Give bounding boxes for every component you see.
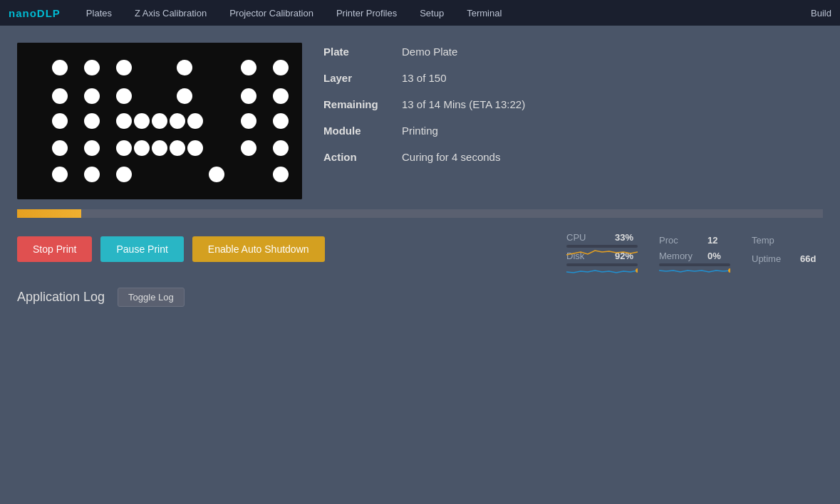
nav-plates[interactable]: Plates (75, 0, 123, 26)
svg-point-29 (241, 140, 256, 156)
svg-point-30 (273, 140, 289, 156)
svg-point-16 (134, 113, 150, 129)
info-row-remaining: Remaining 13 of 14 Mins (ETA 13:22) (323, 98, 823, 110)
progress-bar (17, 209, 81, 218)
svg-point-27 (170, 140, 185, 156)
disk-bar (566, 263, 638, 266)
nav-links: Plates Z Axis Calibration Projector Cali… (75, 0, 811, 26)
print-preview (17, 43, 302, 199)
plate-label: Plate (323, 46, 402, 58)
nav-setup[interactable]: Setup (408, 0, 455, 26)
cpu-label: CPU (566, 232, 609, 243)
svg-point-6 (273, 60, 289, 75)
svg-point-8 (84, 88, 100, 104)
disk-sparkline (566, 263, 638, 276)
svg-point-9 (116, 88, 132, 104)
main-content: Plate Demo Plate Layer 13 of 150 Remaini… (0, 26, 840, 324)
nav-build[interactable]: Build (811, 8, 831, 19)
svg-point-11 (241, 88, 256, 104)
svg-point-13 (52, 113, 68, 129)
svg-point-10 (177, 88, 192, 104)
svg-point-28 (187, 140, 203, 156)
svg-point-31 (52, 167, 68, 182)
proc-label: Proc (659, 235, 702, 246)
plate-value: Demo Plate (402, 46, 457, 58)
svg-point-33 (116, 167, 132, 182)
temp-label: Temp (752, 235, 794, 246)
svg-point-20 (241, 113, 256, 129)
memory-value: 0% (707, 251, 721, 261)
toggle-log-button[interactable]: Toggle Log (118, 288, 185, 307)
stat-temp: Temp (752, 235, 823, 246)
svg-point-26 (152, 140, 167, 156)
stat-uptime: Uptime 66d (752, 253, 823, 264)
info-panel: Plate Demo Plate Layer 13 of 150 Remaini… (323, 43, 823, 177)
svg-point-25 (134, 140, 150, 156)
svg-point-4 (177, 60, 192, 75)
proc-value: 12 (707, 235, 717, 246)
progress-bar-container (17, 209, 823, 218)
svg-point-18 (170, 113, 185, 129)
nav-printer-profiles[interactable]: Printer Profiles (325, 0, 408, 26)
svg-point-19 (187, 113, 203, 129)
svg-point-3 (116, 60, 132, 75)
cpu-bar (566, 245, 638, 248)
memory-sparkline (659, 263, 730, 276)
svg-point-22 (52, 140, 68, 156)
module-value: Printing (402, 125, 438, 137)
svg-point-17 (152, 113, 167, 129)
app-log-title: Application Log (17, 290, 105, 305)
navbar: nanoDLP Plates Z Axis Calibration Projec… (0, 0, 840, 26)
svg-point-36 (636, 268, 638, 273)
app-log-section: Application Log Toggle Log (17, 288, 823, 307)
svg-point-14 (84, 113, 100, 129)
memory-bar (659, 263, 730, 266)
stat-proc: Proc 12 (659, 235, 730, 246)
remaining-value: 13 of 14 Mins (ETA 13:22) (402, 98, 525, 110)
remaining-label: Remaining (323, 98, 402, 110)
info-row-plate: Plate Demo Plate (323, 46, 823, 58)
nav-projector-calibration[interactable]: Projector Calibration (218, 0, 325, 26)
svg-point-23 (84, 140, 100, 156)
svg-point-34 (209, 167, 224, 182)
logo: nanoDLP (9, 7, 61, 19)
info-row-module: Module Printing (323, 125, 823, 137)
stat-cpu: CPU 33% (566, 232, 638, 248)
uptime-label: Uptime (752, 253, 794, 264)
svg-point-7 (52, 88, 68, 104)
action-value: Curing for 4 seconds (402, 151, 500, 163)
svg-point-2 (84, 60, 100, 75)
info-row-action: Action Curing for 4 seconds (323, 151, 823, 163)
stop-print-button[interactable]: Stop Print (17, 236, 92, 262)
nav-terminal[interactable]: Terminal (455, 0, 513, 26)
info-row-layer: Layer 13 of 150 (323, 72, 823, 84)
enable-auto-shutdown-button[interactable]: Enable Auto Shutdown (192, 236, 325, 262)
svg-point-5 (241, 60, 256, 75)
action-label: Action (323, 151, 402, 163)
stats-panel: CPU 33% Proc 12 Temp (566, 232, 823, 266)
buttons-row: Stop Print Pause Print Enable Auto Shutd… (17, 232, 823, 266)
svg-point-15 (116, 113, 132, 129)
svg-point-1 (52, 60, 68, 75)
pause-print-button[interactable]: Pause Print (100, 236, 183, 262)
svg-point-12 (273, 88, 289, 104)
svg-point-32 (84, 167, 100, 182)
cpu-value: 33% (615, 232, 633, 243)
nav-z-axis[interactable]: Z Axis Calibration (123, 0, 218, 26)
svg-point-21 (273, 113, 289, 129)
svg-point-35 (273, 167, 289, 182)
module-label: Module (323, 125, 402, 137)
layer-value: 13 of 150 (402, 72, 447, 84)
memory-label: Memory (659, 251, 702, 261)
stat-memory: Memory 0% (659, 251, 730, 266)
print-canvas (17, 43, 302, 199)
uptime-value: 66d (800, 253, 816, 264)
svg-point-24 (116, 140, 132, 156)
layer-label: Layer (323, 72, 402, 84)
top-section: Plate Demo Plate Layer 13 of 150 Remaini… (17, 43, 823, 199)
cpu-sparkline (566, 245, 638, 258)
svg-point-37 (728, 268, 730, 273)
